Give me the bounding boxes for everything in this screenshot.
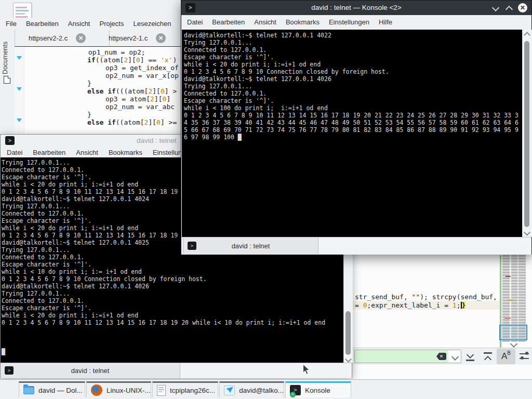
- code-line: else if(((atom[2][0] >: [87, 87, 177, 95]
- tab-label: httpserv2-1.c: [109, 34, 148, 42]
- terminal-line: Connected to 127.0.0.1.: [184, 90, 522, 97]
- tab-httpserv2-2[interactable]: httpserv2-2.c ✕: [15, 30, 110, 46]
- decorative-line: [16, 10, 29, 11]
- match-case-button[interactable]: AB: [497, 349, 515, 364]
- code-line: }: [87, 79, 91, 87]
- terminal-screen[interactable]: david@talkortell:~$ telnet 127.0.0.1 402…: [182, 30, 522, 237]
- terminal-line: Escape character is '^]'.: [2, 261, 343, 268]
- app-launcher-button[interactable]: [3, 381, 18, 397]
- terminal-line: Escape character is '^]'.: [184, 97, 522, 104]
- terminal-line: 6 97 98 99 100 █: [184, 134, 522, 141]
- desktop: File Bearbeiten Ansicht Projects Lesezei…: [0, 0, 532, 399]
- menu-file[interactable]: File: [1, 20, 21, 28]
- mouse-cursor: [302, 364, 311, 376]
- task-label: Konsole: [305, 387, 330, 394]
- terminal-line: david@talkortell:~$ telnet 127.0.0.1 402…: [184, 75, 522, 83]
- window-title: david : telnet — Konsole <2>: [181, 4, 531, 11]
- close-icon[interactable]: ✕: [518, 3, 527, 12]
- scroll-down-icon[interactable]: [345, 356, 352, 363]
- menu-einstellungen[interactable]: Einstellungen: [324, 18, 374, 26]
- code-line: op1_num = op2;: [88, 48, 145, 56]
- code-line: op2_num = var_x[op: [105, 72, 179, 79]
- konsole-icon: > +: [290, 385, 301, 395]
- titlebar[interactable]: > david : telnet — Konsole <2> ✕: [181, 1, 531, 15]
- tab-httpserv2-1[interactable]: httpserv2-1.c ✕: [96, 30, 191, 46]
- fold-marker-icon[interactable]: [17, 118, 22, 122]
- scroll-up-icon[interactable]: [524, 32, 530, 38]
- menu-lesezeichen[interactable]: Lesezeichen: [128, 20, 176, 28]
- search-dropdown-icon[interactable]: [451, 353, 459, 361]
- tab-label: httpserv2-2.c: [29, 34, 68, 42]
- scrollbar-thumb[interactable]: [345, 311, 351, 355]
- terminal-line: [2, 326, 343, 334]
- documents-dock-tab[interactable]: Documents: [0, 30, 15, 87]
- terminal-scrollbar[interactable]: [522, 30, 532, 237]
- terminal-line: Trying 127.0.0.1...: [184, 83, 522, 90]
- group-badge-icon: +: [290, 392, 296, 397]
- find-next-button[interactable]: [462, 349, 477, 364]
- menu-bearbeiten[interactable]: Bearbeiten: [28, 149, 71, 156]
- terminal-line: 5 66 67 68 69 70 71 72 73 74 75 76 77 78…: [184, 126, 522, 134]
- code-line: op2_num = var_abc: [105, 103, 175, 111]
- terminal-line: while i < 20 do print i; i:=i+1 od end: [184, 61, 522, 68]
- menu-bearbeiten[interactable]: Bearbeiten: [207, 18, 249, 26]
- menu-bookmarks[interactable]: Bookmarks: [103, 149, 148, 156]
- terminal-line: Connected to 127.0.0.1.: [2, 254, 343, 261]
- terminal-line: 0 1 2 3 4 5 6 7 8 9 10 11 12 13 14 15 16…: [184, 112, 522, 119]
- taskbar: K david — Dol... Linux-UNIX-... tcpiplan…: [0, 379, 532, 399]
- window-title: david : telnet: [137, 137, 177, 144]
- terminal-line: david@talkortell:~$ telnet 127.0.0.1 402…: [184, 32, 522, 39]
- terminal-line: [2, 341, 343, 348]
- menu-ansicht[interactable]: Ansicht: [71, 149, 103, 156]
- terminal-line: 0 1 2 3 4 5 6 7 8 9 10 Connection closed…: [184, 68, 522, 75]
- document-icon: [157, 385, 166, 396]
- menu-datei[interactable]: Datei: [182, 18, 207, 26]
- task-konsole[interactable]: > + Konsole: [285, 381, 351, 397]
- session-tabbar: > david : telnet: [181, 237, 531, 255]
- session-tab[interactable]: > david : telnet: [183, 237, 318, 254]
- task-dolphin[interactable]: david — Dol...: [19, 381, 85, 397]
- close-icon[interactable]: ✕: [156, 33, 166, 43]
- mail-icon: [224, 385, 235, 395]
- scrollbar-thumb[interactable]: [524, 41, 529, 227]
- minimap-mark: [504, 317, 511, 318]
- minimap-viewport[interactable]: [499, 325, 527, 340]
- terminal-line: Escape character is '^]'.: [2, 304, 343, 312]
- minimap-mark: [509, 300, 513, 301]
- menu-ansicht[interactable]: Ansicht: [249, 18, 281, 26]
- terminal-line: 0 1 2 3 4 5 6 7 8 9 10 Connection closed…: [2, 275, 343, 283]
- konsole-icon[interactable]: >: [5, 136, 15, 145]
- konsole-icon: >: [188, 242, 196, 250]
- decorative-line: [16, 7, 27, 8]
- fold-marker-icon[interactable]: [17, 87, 22, 91]
- terminal-line: while i < 100 do print i; i:=i+1 od end: [184, 104, 522, 112]
- search-bar: ✕ AB: [352, 348, 532, 365]
- task-firefox[interactable]: Linux-UNIX-...: [86, 381, 151, 397]
- close-icon[interactable]: ✕: [76, 33, 86, 43]
- search-options-icon[interactable]: [520, 352, 530, 361]
- terminal-line: Escape character is '^]'.: [184, 54, 522, 61]
- terminal-line: david@talkortell:~$ telnet 127.0.0.1 402…: [2, 283, 343, 290]
- minimap-mark: [506, 276, 511, 277]
- decorative-line: [16, 13, 25, 15]
- code-line: = 0;expr_next_label_i = 1;}: [355, 301, 466, 309]
- session-tab[interactable]: > david : telnet: [1, 363, 180, 378]
- find-previous-button[interactable]: [480, 349, 495, 364]
- menu-hilfe[interactable]: Hilfe: [374, 18, 397, 26]
- task-document[interactable]: tcpiplang26c...: [152, 381, 218, 397]
- terminal-line: 4 35 36 37 38 39 40 41 42 43 44 45 46 47…: [184, 119, 522, 126]
- menu-ansicht[interactable]: Ansicht: [63, 20, 95, 28]
- menu-bookmarks[interactable]: Bookmarks: [281, 18, 324, 26]
- scroll-down-icon[interactable]: [524, 229, 530, 236]
- menu-datei[interactable]: Datei: [2, 149, 28, 156]
- search-input[interactable]: ✕: [354, 350, 461, 363]
- firefox-icon: [91, 384, 102, 396]
- menu-bearbeiten[interactable]: Bearbeiten: [21, 20, 63, 28]
- search-input-match-field[interactable]: [355, 350, 448, 363]
- konsole-window-active[interactable]: > david : telnet — Konsole <2> ✕ Datei B…: [181, 0, 532, 255]
- dock-label: Documents: [2, 33, 9, 74]
- fold-marker-icon[interactable]: [17, 56, 22, 60]
- task-mail[interactable]: david@talko...: [219, 381, 284, 397]
- konsole-icon: >: [5, 366, 14, 375]
- menu-projects[interactable]: Projects: [95, 20, 128, 28]
